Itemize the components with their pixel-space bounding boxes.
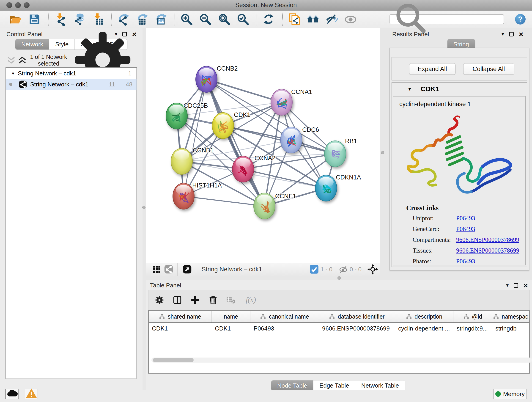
column-header-@id[interactable]: @id bbox=[453, 311, 492, 322]
zoom-fit-icon[interactable] bbox=[218, 13, 230, 26]
warnings-button[interactable] bbox=[25, 389, 38, 399]
search-input[interactable] bbox=[433, 16, 504, 22]
crosslink-link[interactable]: P06493 bbox=[456, 215, 475, 222]
node-count: 11 bbox=[109, 81, 115, 88]
birdseye-view-icon[interactable] bbox=[183, 265, 192, 274]
tab-network-table[interactable]: Network Table bbox=[355, 380, 405, 391]
column-header-canonical-name[interactable]: canonical name bbox=[250, 311, 319, 322]
network-node-cdc6[interactable] bbox=[280, 127, 302, 153]
table-cell[interactable]: P06493 bbox=[250, 325, 319, 332]
expand-all-button[interactable]: Expand All bbox=[409, 63, 456, 75]
toolbar-separator bbox=[111, 13, 112, 26]
column-header-description[interactable]: description bbox=[395, 311, 453, 322]
close-panel-icon[interactable]: × bbox=[519, 32, 523, 36]
results-panel-title: Results Panel bbox=[392, 31, 429, 38]
refresh-icon[interactable] bbox=[262, 13, 275, 26]
table-cell[interactable]: stringdb bbox=[492, 325, 529, 332]
selected-checkbox-icon[interactable] bbox=[310, 265, 319, 274]
network-canvas[interactable]: CCNB2CCNA1CDC25BCDK1CDC6RB1CCNB1CCNA2CDK… bbox=[146, 28, 380, 263]
zoom-out-icon[interactable] bbox=[199, 13, 212, 26]
network-summary-bar: 1 of 1 Network selected bbox=[7, 55, 137, 65]
collapse-all-button[interactable]: Collapse All bbox=[463, 63, 514, 75]
scrollbar-thumb[interactable] bbox=[153, 358, 194, 362]
table-settings-gear-icon[interactable] bbox=[154, 295, 165, 305]
export-table-icon[interactable] bbox=[136, 13, 148, 26]
crosslink-link[interactable]: P06493 bbox=[456, 258, 475, 265]
import-network-icon[interactable] bbox=[54, 13, 66, 26]
hide-annotations-icon[interactable] bbox=[325, 13, 338, 26]
network-node-ccna2[interactable] bbox=[232, 156, 254, 182]
eye-icon bbox=[344, 13, 357, 26]
table-cell[interactable]: stringdb:9... bbox=[453, 325, 492, 332]
column-header-database-identifier[interactable]: database identifier bbox=[319, 311, 395, 322]
import-table-icon[interactable] bbox=[91, 13, 104, 26]
network-node-cdkn1a[interactable] bbox=[315, 175, 337, 201]
panel-menu-icon[interactable]: ▾ bbox=[506, 282, 509, 288]
left-divider-grip[interactable] bbox=[142, 206, 146, 209]
network-tree: ▾String Network – cdk11String Network – … bbox=[6, 67, 137, 379]
share-network-icon[interactable] bbox=[164, 265, 173, 274]
import-network-database-icon[interactable] bbox=[72, 13, 85, 26]
network-node-cdk1[interactable] bbox=[212, 112, 234, 139]
network-node-ccne1[interactable] bbox=[253, 193, 275, 219]
open-session-icon[interactable] bbox=[9, 13, 22, 26]
network-tree-row[interactable]: ▾String Network – cdk11 bbox=[6, 68, 137, 79]
column-header-name[interactable]: name bbox=[212, 311, 250, 322]
show-columns-icon[interactable] bbox=[172, 295, 182, 305]
table-cell[interactable]: cyclin-dependent ... bbox=[395, 325, 453, 332]
table-row[interactable]: CDK1CDK1P064939606.ENSP00000378699cyclin… bbox=[149, 323, 529, 334]
table-cell[interactable]: CDK1 bbox=[212, 325, 250, 332]
collapse-section-icon[interactable]: ▾ bbox=[408, 86, 411, 92]
close-panel-icon[interactable]: × bbox=[523, 283, 528, 288]
network-node-ccnb1[interactable] bbox=[171, 148, 193, 175]
crosslink-row: GeneCard:P06493 bbox=[413, 225, 523, 233]
share-document-icon[interactable] bbox=[288, 13, 301, 26]
table-panel: Table Panel ▾ × f(x) shared namenamecano… bbox=[146, 280, 532, 390]
search-field[interactable] bbox=[389, 14, 504, 24]
crosslink-link[interactable]: 9606.ENSP00000378699 bbox=[456, 236, 519, 243]
float-panel-icon[interactable] bbox=[514, 283, 518, 288]
column-header-namespac[interactable]: namespac bbox=[492, 311, 529, 322]
homes-icon[interactable] bbox=[307, 13, 319, 26]
window-title: Session: New Session bbox=[0, 2, 532, 9]
grid-view-icon[interactable] bbox=[152, 265, 161, 274]
network-tree-row[interactable]: String Network – cdk11148 bbox=[6, 79, 137, 90]
save-session-icon[interactable] bbox=[28, 13, 41, 26]
float-panel-icon[interactable] bbox=[509, 32, 514, 36]
export-image-icon[interactable] bbox=[154, 13, 167, 26]
export-network-icon[interactable] bbox=[117, 13, 130, 26]
zoom-selected-icon[interactable] bbox=[236, 13, 249, 26]
column-header-shared-name[interactable]: shared name bbox=[149, 311, 212, 322]
network-edges bbox=[146, 28, 380, 263]
network-node-ccnb2[interactable] bbox=[196, 66, 217, 93]
right-divider-grip[interactable] bbox=[381, 151, 384, 154]
zoom-in-icon[interactable] bbox=[180, 13, 193, 26]
table-cell[interactable]: CDK1 bbox=[149, 325, 212, 332]
crosslink-link[interactable]: 9606.ENSP00000378699 bbox=[456, 247, 519, 254]
network-node-ccna1[interactable] bbox=[271, 89, 293, 115]
network-node-hist1h1a[interactable] bbox=[172, 183, 195, 210]
delete-column-icon[interactable] bbox=[208, 295, 218, 305]
help-button[interactable]: ? bbox=[515, 14, 526, 25]
crosslink-link[interactable]: P06493 bbox=[456, 225, 475, 233]
table-hscrollbar[interactable] bbox=[152, 357, 532, 363]
crosslink-label: Uniprot: bbox=[413, 215, 456, 222]
hidden-count: 0 - 0 bbox=[350, 266, 361, 273]
tab-network[interactable]: Network bbox=[15, 39, 49, 50]
network-node-rb1[interactable] bbox=[324, 140, 346, 167]
warning-icon bbox=[25, 387, 38, 401]
fit-selected-crosshair-icon[interactable] bbox=[367, 264, 378, 275]
horizontal-divider-grip[interactable] bbox=[337, 276, 341, 280]
expand-all-icon[interactable] bbox=[18, 56, 27, 64]
tab-edge-table[interactable]: Edge Table bbox=[313, 380, 355, 391]
disclosure-triangle-icon[interactable]: ▾ bbox=[12, 70, 14, 76]
table-cell[interactable]: 9606.ENSP00000378699 bbox=[319, 325, 395, 332]
cloud-status-button[interactable] bbox=[5, 389, 19, 399]
tab-node-table[interactable]: Node Table bbox=[271, 380, 313, 391]
memory-button[interactable]: Memory bbox=[493, 389, 527, 399]
collapse-all-icon[interactable] bbox=[7, 56, 16, 64]
svg-text:f(x): f(x) bbox=[246, 296, 256, 304]
panel-menu-icon[interactable]: ▾ bbox=[501, 31, 504, 37]
network-view-panel: CCNB2CCNA1CDC25BCDK1CDC6RB1CCNB1CCNA2CDK… bbox=[146, 28, 380, 276]
add-column-icon[interactable] bbox=[190, 295, 200, 305]
